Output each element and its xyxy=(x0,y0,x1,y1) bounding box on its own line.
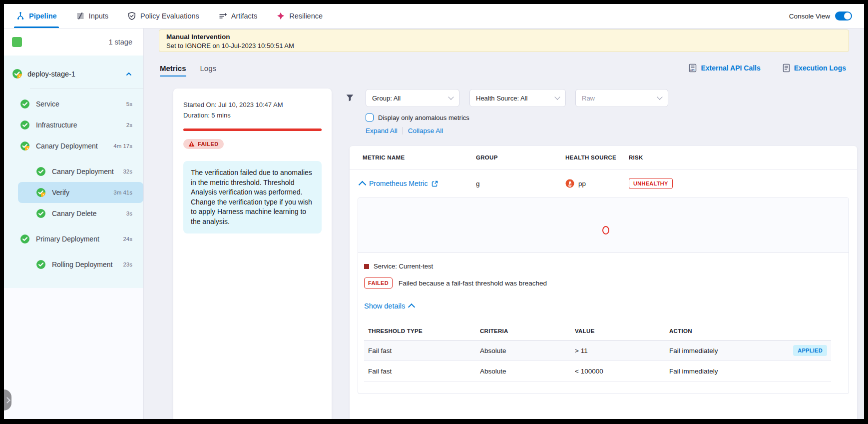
action-cell: Fail immediately xyxy=(669,347,793,354)
stage-row-deploy-stage-1[interactable]: deploy-stage-1 xyxy=(4,62,143,85)
metrics-logs-tabs: Metrics Logs xyxy=(160,60,216,76)
success-check-icon xyxy=(36,166,46,176)
column-header-metric-name: METRIC NAME xyxy=(363,154,476,160)
console-view-toggle[interactable] xyxy=(835,12,852,20)
value-cell: > 11 xyxy=(575,347,669,354)
collapse-all-link[interactable]: Collapse All xyxy=(408,127,443,134)
anomalous-point-marker xyxy=(602,226,609,234)
thresholds-table: THRESHOLD TYPE CRITERIA VALUE ACTION Fai… xyxy=(364,322,831,382)
verification-summary-card: Started On: Jul 10, 2023 10:47 AM Durati… xyxy=(173,88,332,419)
nav-tab-policy-evaluations[interactable]: Policy Evaluations xyxy=(127,4,199,28)
show-details-toggle[interactable]: Show details xyxy=(364,302,842,310)
health-source-cell: pp xyxy=(565,179,629,188)
failed-label: FAILED xyxy=(198,141,219,147)
legend-swatch xyxy=(364,264,369,269)
step-label: Verify xyxy=(52,188,69,196)
group-filter-dropdown[interactable]: Group: All xyxy=(366,89,459,107)
threshold-type-cell: Fail fast xyxy=(368,347,480,354)
stage-status-square-icon xyxy=(12,37,22,47)
metric-chart xyxy=(358,198,849,252)
nav-tab-label: Inputs xyxy=(89,12,109,20)
success-check-icon xyxy=(36,260,46,270)
tab-metrics[interactable]: Metrics xyxy=(160,60,186,76)
column-header-threshold-type: THRESHOLD TYPE xyxy=(368,328,480,334)
step-label: Canary Deployment xyxy=(52,168,114,176)
dropdown-value: Group: All xyxy=(372,94,401,102)
nav-tab-inputs[interactable]: Inputs xyxy=(76,4,109,28)
stage-count: 1 stage xyxy=(108,38,132,46)
nav-tab-resilience[interactable]: Resilience xyxy=(276,4,323,28)
metric-row-prometheus[interactable]: Prometheus Metric g pp UNHEALTHY xyxy=(350,169,857,198)
failure-reason-text: Failed because a fail-fast threshold was… xyxy=(399,280,547,287)
metric-name-link[interactable]: Prometheus Metric xyxy=(369,180,428,188)
step-label: Canary Delete xyxy=(52,210,97,218)
chevron-down-icon xyxy=(554,94,560,100)
active-tab-underline xyxy=(14,26,59,28)
sidebar-step-infrastructure[interactable]: Infrastructure 2s xyxy=(4,114,143,136)
header-links: API External API Calls Execution Logs xyxy=(689,60,846,76)
column-header-action: ACTION xyxy=(669,328,827,334)
sidebar-step-verify[interactable]: Verify 3m 41s xyxy=(18,182,143,203)
anomalous-metrics-checkbox[interactable] xyxy=(366,114,374,122)
sidebar-step-primary-deployment[interactable]: Primary Deployment 24s xyxy=(4,228,143,250)
tab-label: Metrics xyxy=(160,64,186,72)
banner-subtitle: Set to IGNORE on 10-Jul-2023 10:50:51 AM xyxy=(166,42,842,50)
metric-expanded-panel: Service: Current-test FAILED Failed beca… xyxy=(358,198,849,394)
raw-filter-dropdown[interactable]: Raw xyxy=(575,89,668,107)
health-source-filter-dropdown[interactable]: Health Source: All xyxy=(469,89,566,107)
execution-logs-link[interactable]: Execution Logs xyxy=(783,64,846,72)
sidebar-step-service[interactable]: Service 5s xyxy=(4,94,143,114)
sidebar-step-canary-deployment-group[interactable]: Canary Deployment 4m 17s xyxy=(4,136,143,156)
nav-tab-label: Policy Evaluations xyxy=(140,12,199,20)
chevron-up-icon xyxy=(408,304,415,310)
stage-name: deploy-stage-1 xyxy=(27,70,75,78)
show-details-label: Show details xyxy=(364,302,405,310)
main-content: Manual Intervention Set to IGNORE on 10-… xyxy=(144,28,864,419)
sidebar-step-rolling-deployment[interactable]: Rolling Deployment 23s xyxy=(4,254,143,275)
link-label: External API Calls xyxy=(701,64,760,72)
checkbox-label: Display only anomalous metrics xyxy=(378,114,469,122)
dropdown-value: Health Source: All xyxy=(476,94,527,102)
success-check-icon xyxy=(20,234,30,244)
divider xyxy=(30,88,143,88)
nav-tab-pipeline[interactable]: Pipeline xyxy=(16,4,57,28)
criteria-cell: Absolute xyxy=(480,368,575,375)
external-api-calls-link[interactable]: API External API Calls xyxy=(689,64,760,72)
svg-text:API: API xyxy=(690,68,695,72)
toggle-knob xyxy=(844,12,851,20)
expand-all-link[interactable]: Expand All xyxy=(366,127,398,134)
step-duration: 24s xyxy=(123,236,132,242)
sidebar-step-canary-deployment[interactable]: Canary Deployment 32s xyxy=(4,161,143,182)
tab-label: Logs xyxy=(200,64,217,72)
sidebar-step-canary-delete[interactable]: Canary Delete 3s xyxy=(4,203,143,224)
chevron-up-icon[interactable] xyxy=(125,70,132,78)
step-label: Service xyxy=(36,100,59,108)
success-check-icon xyxy=(36,208,46,218)
threshold-type-cell: Fail fast xyxy=(368,368,480,375)
risk-badge-unhealthy: UNHEALTHY xyxy=(629,178,673,189)
step-duration: 2s xyxy=(126,122,132,128)
success-warning-check-icon xyxy=(36,188,46,198)
step-duration: 3s xyxy=(126,210,132,216)
expand-collapse-controls: Expand All Collapse All xyxy=(366,127,443,134)
chevron-down-icon xyxy=(448,94,453,100)
filter-funnel-icon[interactable] xyxy=(346,94,354,102)
dropdown-placeholder: Raw xyxy=(582,94,595,102)
column-header-risk: RISK xyxy=(629,154,847,160)
nav-tab-artifacts[interactable]: Artifacts xyxy=(218,4,257,28)
external-link-icon[interactable] xyxy=(432,180,438,187)
thresholds-table-header: THRESHOLD TYPE CRITERIA VALUE ACTION xyxy=(364,322,831,340)
metrics-table-header: METRIC NAME GROUP HEALTH SOURCE RISK xyxy=(350,146,857,169)
chart-legend: Service: Current-test xyxy=(364,262,842,270)
nav-tabs: Pipeline Inputs Policy Evaluations Art xyxy=(16,4,323,28)
tab-logs[interactable]: Logs xyxy=(200,60,217,76)
step-label: Primary Deployment xyxy=(36,235,99,243)
collapse-chevron-icon[interactable] xyxy=(359,180,367,188)
active-tab-underline xyxy=(160,76,186,77)
api-document-icon: API xyxy=(689,64,697,72)
log-document-icon xyxy=(783,64,790,72)
action-cell: Fail immediately xyxy=(669,368,827,375)
anomalous-metrics-checkbox-row[interactable]: Display only anomalous metrics xyxy=(366,114,469,122)
step-label: Rolling Deployment xyxy=(52,260,112,268)
success-check-icon xyxy=(20,120,30,130)
